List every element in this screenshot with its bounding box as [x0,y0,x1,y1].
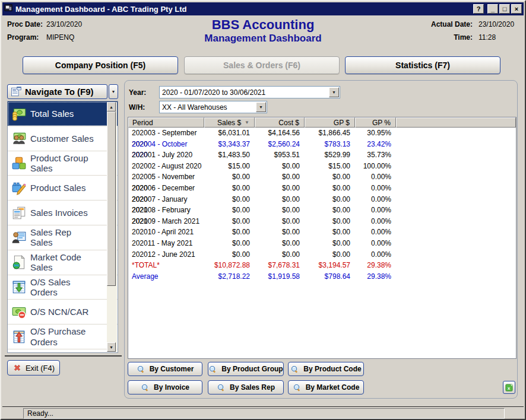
navigate-dropdown-button[interactable]: ▼ [109,84,118,99]
table-cell [396,271,516,282]
year-select[interactable]: 2020 - 01/07/2020 to 30/06/2021 ▼ [159,86,340,98]
sidebar-item-product-group-sales[interactable]: Product Group Sales [8,151,118,176]
table-cell: $0.00 [305,249,355,260]
sidebar-item-label: Total Sales [30,109,74,119]
column-header-gp-pct[interactable]: GP % [355,117,396,128]
maximize-button[interactable]: □ [499,4,510,14]
exit-button[interactable]: Exit (F4) [7,360,60,376]
tab-company-position[interactable]: Company Position (F5) [23,56,178,74]
table-cell: $0.00 [204,205,255,216]
sidebar-item-customer-sales[interactable]: Customer Sales [8,126,118,151]
table-row[interactable]: 202009 - March 2021$0.00$0.00$0.000.00% [128,216,516,227]
table-cell: 202009 - March 2021 [128,216,204,227]
sort-desc-icon: ▼ [245,120,249,125]
navigate-to-button[interactable]: Navigate To (F9) [7,84,107,99]
tab-statistics[interactable]: Statistics (F7) [345,56,500,74]
table-cell [396,205,516,216]
table-cell: 0.00% [355,227,396,238]
chevron-down-icon[interactable]: ▼ [256,102,266,112]
table-row[interactable]: 202004 - October 2020$3,343.37$2,560.24$… [128,139,516,150]
by-market-code-button[interactable]: By Market Code [288,380,364,394]
column-header-cost[interactable]: Cost $ [255,117,305,128]
search-icon [290,365,299,374]
statusbar-separator [2,406,524,407]
titlebar[interactable]: Management Dashboard - ABC Trading Pty L… [2,2,524,15]
excel-icon: x [505,383,514,392]
sidebar-scrollbar[interactable]: ▲ ▼ [107,102,117,352]
table-row[interactable]: 202012 - June 2021$0.00$0.00$0.000.00% [128,249,516,260]
export-excel-button[interactable]: x [503,381,515,394]
table-row[interactable]: 202007 - January 2021$0.00$0.00$0.000.00… [128,194,516,205]
scroll-up-icon[interactable]: ▲ [107,102,116,112]
by-product-code-button[interactable]: By Product Code [288,362,364,376]
table-cell: $3,343.37 [204,139,255,150]
year-value: 2020 - 01/07/2020 to 30/06/2021 [162,88,265,97]
table-row[interactable]: *TOTAL*$10,872.88$7,678.31$3,194.5729.38… [128,260,516,271]
table-cell: $0.00 [255,161,305,172]
table-row[interactable]: 202010 - April 2021$0.00$0.00$0.000.00% [128,227,516,238]
sidebar-item-os-ncn-car[interactable]: O/S NCN/CAR [8,300,118,324]
table-cell: 202010 - April 2021 [128,227,204,238]
actual-date-value: 23/10/2020 [479,20,520,28]
table-cell: $0.00 [204,194,255,205]
navigate-to-label: Navigate To (F9) [25,87,94,97]
by-invoice-button[interactable]: By Invoice [128,380,202,394]
close-button[interactable]: × [511,4,522,14]
sidebar-item-sales-rep-sales[interactable]: Sales Rep Sales [8,225,118,250]
sidebar-item-label: Sales Invoices [30,208,88,218]
sidebar-item-sales-invoices[interactable]: Sales Invoices [8,201,118,225]
table-row[interactable]: 202001 - July 2020$1,483.50$953.51$529.9… [128,149,516,161]
chevron-down-icon[interactable]: ▼ [329,87,339,97]
sidebar-item-total-sales[interactable]: Total Sales [8,101,118,126]
column-header-gp[interactable]: GP $ [305,117,355,128]
sidebar-item-os-purchase-orders[interactable]: O/S Purchase Orders [8,324,118,349]
table-cell: $6,031.01 [204,128,255,139]
status-text: Ready... [27,409,53,418]
table-body: 202003 - September 2020$6,031.01$4,164.5… [128,128,516,282]
person-doc-icon [9,230,28,245]
table-cell: 0.00% [355,194,396,205]
table-row[interactable]: 202002 - August 2020$15.00$0.00$15.00100… [128,161,516,172]
minimize-button[interactable]: _ [487,4,498,14]
column-header-filler [396,117,516,128]
table-cell: 29.38% [355,271,396,282]
table-row[interactable]: 202006 - December 2020$0.00$0.00$0.000.0… [128,183,516,194]
invoices-icon [9,205,28,221]
column-header-sales[interactable]: Sales $ ▼ [204,117,255,128]
form-icon [10,86,22,98]
sidebar-item-os-sales-orders[interactable]: O/S Sales Orders [8,275,118,300]
table-cell: 202004 - October 2020 [128,139,204,150]
table-cell: $798.64 [305,271,355,282]
by-product-group-button[interactable]: By Product Group [208,362,284,376]
statusbar: Ready... [23,408,505,419]
exit-label: Exit (F4) [26,364,55,373]
sidebar-item-label: Product Group Sales [30,153,88,174]
table-row[interactable]: 202005 - November 2020$0.00$0.00$0.000.0… [128,171,516,183]
table-cell: 23.42% [355,139,396,150]
help-button[interactable]: ? [473,4,484,14]
table-row[interactable]: 202011 - May 2021$0.00$0.00$0.000.00% [128,238,516,249]
warehouse-select[interactable]: XX - All Warehouses ▼ [159,101,267,113]
table-cell: $0.00 [204,238,255,249]
table-cell: $2,560.24 [255,139,305,150]
scrollbar-thumb[interactable] [107,112,116,286]
tab-sales-orders[interactable]: Sales & Orders (F6) [184,56,340,74]
sidebar-item-product-sales[interactable]: Product Sales [8,176,118,201]
sidebar-item-label: O/S Sales Orders [30,277,71,298]
scroll-down-icon[interactable]: ▼ [107,342,116,352]
page-globe-icon [9,254,28,270]
table-cell: 0.00% [355,183,396,194]
table-cell: *TOTAL* [128,260,204,271]
table-row[interactable]: Average$2,718.22$1,919.58$798.6429.38% [128,271,516,282]
sidebar-item-market-code-sales[interactable]: Market Code Sales [8,250,118,275]
table-header: Period Sales $ ▼ Cost $ GP $ GP % [128,117,516,128]
table-row[interactable]: 202008 - February 2021$0.00$0.00$0.000.0… [128,205,516,216]
column-header-period[interactable]: Period [128,117,204,128]
by-sales-rep-button[interactable]: By Sales Rep [208,380,284,394]
date-info: Actual Date:23/10/2020 Time:11:28 [378,18,520,44]
by-customer-button[interactable]: By Customer [128,362,202,376]
table-row[interactable]: 202003 - September 2020$6,031.01$4,164.5… [128,128,516,139]
money-icon [9,106,28,121]
table-cell: $0.00 [305,216,355,227]
sidebar-item-partial[interactable] [8,349,118,353]
